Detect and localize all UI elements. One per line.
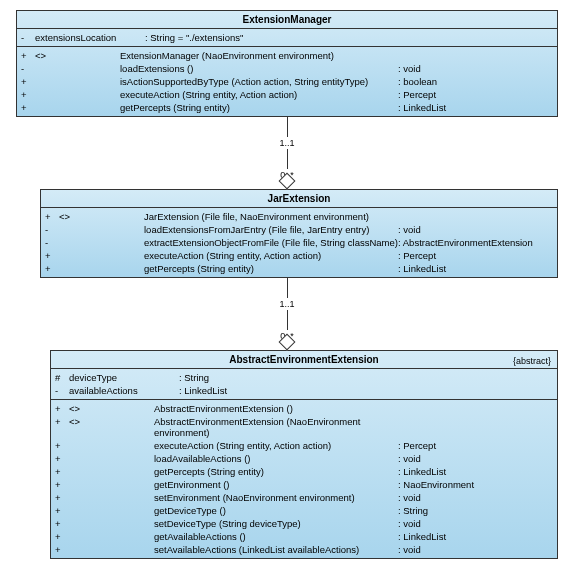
operation-row: +executeAction (String entity, Action ac…	[45, 249, 553, 262]
class-extension-manager: ExtensionManager -extensionsLocation: St…	[16, 10, 558, 117]
operation-row: +<>AbstractEnvironmentExtension ()	[55, 402, 553, 415]
attributes: -extensionsLocation: String = "./extensi…	[17, 29, 557, 47]
operation-row: +getPercepts (String entity)LinkedList	[21, 101, 553, 114]
operation-row: +setAvailableActions (LinkedList availab…	[55, 543, 553, 556]
operation-row: +getEnvironment ()NaoEnvironment	[55, 478, 553, 491]
attribute-row: -extensionsLocation: String = "./extensi…	[21, 31, 553, 44]
attribute-row: #deviceType: String	[55, 371, 553, 384]
operation-row: -loadExtensions ()void	[21, 62, 553, 75]
operation-row: +<>ExtensionManager (NaoEnvironment envi…	[21, 49, 553, 62]
class-abstract-environment-extension: AbstractEnvironmentExtension {abstract} …	[50, 350, 558, 559]
association-1: 1..1 0..*	[10, 117, 564, 189]
operations: +<>ExtensionManager (NaoEnvironment envi…	[17, 47, 557, 116]
association-2: 1..1 0..*	[10, 278, 564, 350]
class-title: AbstractEnvironmentExtension {abstract}	[51, 351, 557, 369]
operation-row: -extractExtensionObjectFromFile (File fi…	[45, 236, 553, 249]
operation-row: +executeAction (String entity, Action ac…	[55, 439, 553, 452]
operation-row: +getPercepts (String entity)LinkedList	[55, 465, 553, 478]
operation-row: +executeAction (String entity, Action ac…	[21, 88, 553, 101]
operation-row: +getAvailableActions ()LinkedList	[55, 530, 553, 543]
operation-row: +isActionSupportedByType (Action action,…	[21, 75, 553, 88]
operation-row: +getPercepts (String entity)LinkedList	[45, 262, 553, 275]
operation-row: +setEnvironment (NaoEnvironment environm…	[55, 491, 553, 504]
operations: +<>JarExtension (File file, NaoEnvironme…	[41, 208, 557, 277]
operation-row: +<>AbstractEnvironmentExtension (NaoEnvi…	[55, 415, 553, 439]
attributes: #deviceType: String-availableActions: Li…	[51, 369, 557, 400]
operation-row: -loadExtensionsFromJarEntry (File file, …	[45, 223, 553, 236]
class-jar-extension: JarExtension +<>JarExtension (File file,…	[40, 189, 558, 278]
operation-row: +<>JarExtension (File file, NaoEnvironme…	[45, 210, 553, 223]
operation-row: +setDeviceType (String deviceType)void	[55, 517, 553, 530]
operations: +<>AbstractEnvironmentExtension ()+<>Abs…	[51, 400, 557, 558]
operation-row: +loadAvailableActions ()void	[55, 452, 553, 465]
class-title: JarExtension	[41, 190, 557, 208]
attribute-row: -availableActions: LinkedList	[55, 384, 553, 397]
class-title: ExtensionManager	[17, 11, 557, 29]
abstract-label: {abstract}	[513, 356, 551, 366]
operation-row: +getDeviceType ()String	[55, 504, 553, 517]
